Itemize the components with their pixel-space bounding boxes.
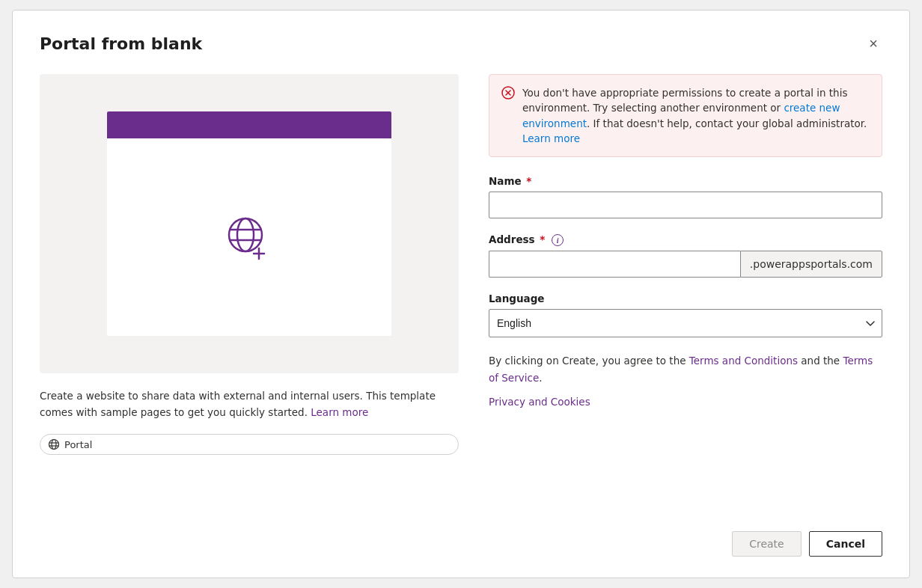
create-button[interactable]: Create xyxy=(732,531,802,557)
tag-label: Portal xyxy=(64,439,92,450)
preview-inner xyxy=(107,111,391,336)
language-select[interactable]: English French German Spanish Japanese xyxy=(489,309,882,337)
portal-tag-badge: Portal xyxy=(40,434,459,455)
svg-point-6 xyxy=(49,440,59,450)
left-panel: Create a website to share data with exte… xyxy=(40,74,459,557)
error-banner: You don't have appropriate permissions t… xyxy=(489,74,882,157)
privacy-cookies-link[interactable]: Privacy and Cookies xyxy=(489,396,882,408)
language-label: Language xyxy=(489,293,882,304)
svg-point-7 xyxy=(52,440,56,450)
language-form-group: Language English French German Spanish J… xyxy=(489,293,882,337)
description-text: Create a website to share data with exte… xyxy=(40,388,459,420)
dialog-footer: Create Cancel xyxy=(489,513,882,557)
address-suffix: .powerappsportals.com xyxy=(740,251,882,278)
cancel-button[interactable]: Cancel xyxy=(809,531,882,557)
language-select-wrapper: English French German Spanish Japanese xyxy=(489,309,882,337)
terms-conditions-link[interactable]: Terms and Conditions xyxy=(689,355,798,367)
globe-plus-icon xyxy=(219,207,279,267)
error-message: You don't have appropriate permissions t… xyxy=(522,85,870,146)
name-required-star: * xyxy=(523,175,532,187)
preview-topbar xyxy=(107,111,391,138)
dialog-header: Portal from blank × xyxy=(40,34,882,53)
name-label: Name * xyxy=(489,175,882,187)
svg-point-1 xyxy=(237,218,254,251)
terms-text: By clicking on Create, you agree to the … xyxy=(489,352,882,387)
close-button[interactable]: × xyxy=(864,34,882,52)
preview-content xyxy=(107,111,391,336)
error-icon xyxy=(501,86,515,146)
portal-from-blank-dialog: Portal from blank × xyxy=(12,10,910,578)
address-required-star: * xyxy=(537,233,546,245)
preview-box xyxy=(40,74,459,373)
name-form-group: Name * xyxy=(489,175,882,218)
right-panel: You don't have appropriate permissions t… xyxy=(489,74,882,557)
tag-globe-icon xyxy=(48,438,60,450)
description-learn-more-link[interactable]: Learn more xyxy=(311,406,368,418)
address-row: .powerappsportals.com xyxy=(489,251,882,278)
address-form-group: Address * i .powerappsportals.com xyxy=(489,233,882,278)
address-label: Address * i xyxy=(489,233,882,246)
address-info-icon[interactable]: i xyxy=(552,234,564,246)
name-input[interactable] xyxy=(489,192,882,218)
error-learn-more-link[interactable]: Learn more xyxy=(522,132,580,144)
address-input[interactable] xyxy=(489,251,740,278)
dialog-body: Create a website to share data with exte… xyxy=(40,74,882,557)
svg-point-0 xyxy=(229,218,262,251)
dialog-title: Portal from blank xyxy=(40,34,202,53)
